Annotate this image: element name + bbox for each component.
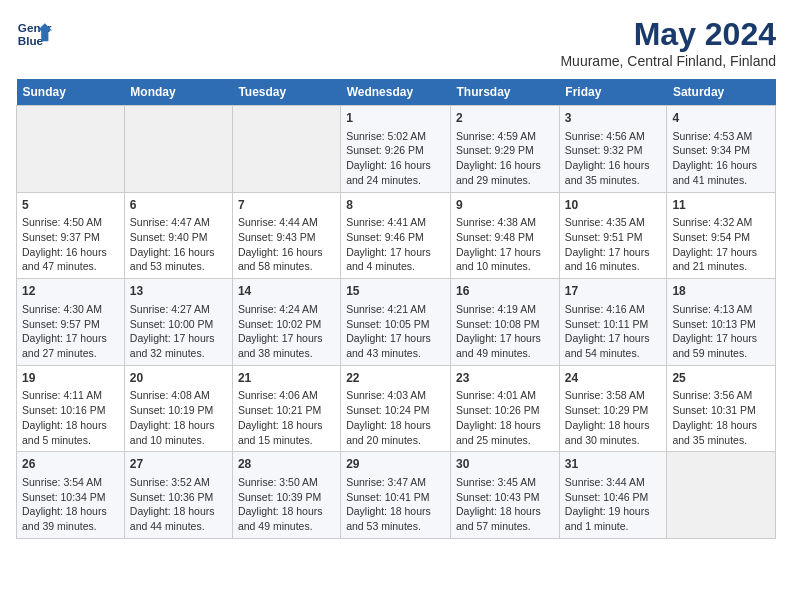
calendar-week-row: 12Sunrise: 4:30 AMSunset: 9:57 PMDayligh… (17, 279, 776, 366)
cell-info-line: Daylight: 16 hours and 41 minutes. (672, 158, 770, 187)
cell-info-line: Daylight: 18 hours and 30 minutes. (565, 418, 662, 447)
calendar-cell (17, 106, 125, 193)
cell-info-line: Sunset: 10:34 PM (22, 490, 119, 505)
cell-info-line: Sunrise: 4:24 AM (238, 302, 335, 317)
calendar-week-row: 5Sunrise: 4:50 AMSunset: 9:37 PMDaylight… (17, 192, 776, 279)
day-number: 16 (456, 283, 554, 300)
day-number: 15 (346, 283, 445, 300)
day-number: 19 (22, 370, 119, 387)
cell-info-line: Sunrise: 4:47 AM (130, 215, 227, 230)
calendar-cell: 10Sunrise: 4:35 AMSunset: 9:51 PMDayligh… (559, 192, 667, 279)
calendar-cell: 4Sunrise: 4:53 AMSunset: 9:34 PMDaylight… (667, 106, 776, 193)
cell-info-line: Sunrise: 4:53 AM (672, 129, 770, 144)
cell-info-line: Sunset: 10:31 PM (672, 403, 770, 418)
svg-text:Blue: Blue (18, 34, 44, 47)
cell-info-line: Daylight: 17 hours and 21 minutes. (672, 245, 770, 274)
cell-info-line: Daylight: 17 hours and 27 minutes. (22, 331, 119, 360)
weekday-header: Monday (124, 79, 232, 106)
day-number: 28 (238, 456, 335, 473)
title-block: May 2024 Muurame, Central Finland, Finla… (560, 16, 776, 69)
cell-info-line: Sunrise: 4:13 AM (672, 302, 770, 317)
cell-info-line: Daylight: 18 hours and 57 minutes. (456, 504, 554, 533)
cell-info-line: Sunset: 9:43 PM (238, 230, 335, 245)
calendar-cell: 25Sunrise: 3:56 AMSunset: 10:31 PMDaylig… (667, 365, 776, 452)
cell-info-line: Sunrise: 3:44 AM (565, 475, 662, 490)
cell-info-line: Sunrise: 4:01 AM (456, 388, 554, 403)
cell-info-line: Sunset: 9:48 PM (456, 230, 554, 245)
calendar-cell: 15Sunrise: 4:21 AMSunset: 10:05 PMDaylig… (341, 279, 451, 366)
calendar-cell: 31Sunrise: 3:44 AMSunset: 10:46 PMDaylig… (559, 452, 667, 539)
cell-info-line: Daylight: 17 hours and 10 minutes. (456, 245, 554, 274)
cell-info-line: Daylight: 18 hours and 20 minutes. (346, 418, 445, 447)
calendar-cell: 23Sunrise: 4:01 AMSunset: 10:26 PMDaylig… (451, 365, 560, 452)
cell-info-line: Sunrise: 5:02 AM (346, 129, 445, 144)
day-number: 6 (130, 197, 227, 214)
cell-info-line: Daylight: 18 hours and 39 minutes. (22, 504, 119, 533)
cell-info-line: Sunrise: 4:11 AM (22, 388, 119, 403)
cell-info-line: Sunrise: 3:50 AM (238, 475, 335, 490)
cell-info-line: Sunrise: 4:19 AM (456, 302, 554, 317)
day-number: 17 (565, 283, 662, 300)
cell-info-line: Sunset: 9:37 PM (22, 230, 119, 245)
cell-info-line: Sunrise: 4:50 AM (22, 215, 119, 230)
cell-info-line: Sunrise: 4:08 AM (130, 388, 227, 403)
calendar-cell: 14Sunrise: 4:24 AMSunset: 10:02 PMDaylig… (232, 279, 340, 366)
day-number: 9 (456, 197, 554, 214)
day-number: 12 (22, 283, 119, 300)
day-number: 11 (672, 197, 770, 214)
cell-info-line: Sunrise: 3:56 AM (672, 388, 770, 403)
day-number: 10 (565, 197, 662, 214)
calendar-cell (667, 452, 776, 539)
calendar-week-row: 1Sunrise: 5:02 AMSunset: 9:26 PMDaylight… (17, 106, 776, 193)
cell-info-line: Sunrise: 4:38 AM (456, 215, 554, 230)
cell-info-line: Daylight: 16 hours and 53 minutes. (130, 245, 227, 274)
calendar-body: 1Sunrise: 5:02 AMSunset: 9:26 PMDaylight… (17, 106, 776, 539)
cell-info-line: Daylight: 18 hours and 49 minutes. (238, 504, 335, 533)
weekday-header: Saturday (667, 79, 776, 106)
day-number: 20 (130, 370, 227, 387)
calendar-cell: 12Sunrise: 4:30 AMSunset: 9:57 PMDayligh… (17, 279, 125, 366)
calendar-cell: 9Sunrise: 4:38 AMSunset: 9:48 PMDaylight… (451, 192, 560, 279)
cell-info-line: Daylight: 18 hours and 15 minutes. (238, 418, 335, 447)
cell-info-line: Daylight: 17 hours and 4 minutes. (346, 245, 445, 274)
calendar-cell: 11Sunrise: 4:32 AMSunset: 9:54 PMDayligh… (667, 192, 776, 279)
calendar-week-row: 26Sunrise: 3:54 AMSunset: 10:34 PMDaylig… (17, 452, 776, 539)
calendar-cell: 3Sunrise: 4:56 AMSunset: 9:32 PMDaylight… (559, 106, 667, 193)
cell-info-line: Sunset: 10:24 PM (346, 403, 445, 418)
calendar-cell: 7Sunrise: 4:44 AMSunset: 9:43 PMDaylight… (232, 192, 340, 279)
calendar-header: SundayMondayTuesdayWednesdayThursdayFrid… (17, 79, 776, 106)
day-number: 29 (346, 456, 445, 473)
calendar-cell: 30Sunrise: 3:45 AMSunset: 10:43 PMDaylig… (451, 452, 560, 539)
cell-info-line: Daylight: 17 hours and 32 minutes. (130, 331, 227, 360)
month-title: May 2024 (560, 16, 776, 53)
day-number: 27 (130, 456, 227, 473)
cell-info-line: Daylight: 18 hours and 10 minutes. (130, 418, 227, 447)
cell-info-line: Sunrise: 4:27 AM (130, 302, 227, 317)
day-number: 25 (672, 370, 770, 387)
page-header: General Blue May 2024 Muurame, Central F… (16, 16, 776, 69)
day-number: 2 (456, 110, 554, 127)
day-number: 21 (238, 370, 335, 387)
calendar-table: SundayMondayTuesdayWednesdayThursdayFrid… (16, 79, 776, 539)
cell-info-line: Daylight: 16 hours and 47 minutes. (22, 245, 119, 274)
day-number: 22 (346, 370, 445, 387)
cell-info-line: Sunset: 10:43 PM (456, 490, 554, 505)
cell-info-line: Sunset: 10:39 PM (238, 490, 335, 505)
cell-info-line: Daylight: 17 hours and 49 minutes. (456, 331, 554, 360)
location-title: Muurame, Central Finland, Finland (560, 53, 776, 69)
cell-info-line: Sunset: 10:41 PM (346, 490, 445, 505)
day-number: 30 (456, 456, 554, 473)
weekday-header: Sunday (17, 79, 125, 106)
cell-info-line: Daylight: 17 hours and 59 minutes. (672, 331, 770, 360)
cell-info-line: Sunrise: 4:21 AM (346, 302, 445, 317)
cell-info-line: Sunset: 9:26 PM (346, 143, 445, 158)
weekday-header: Friday (559, 79, 667, 106)
cell-info-line: Sunset: 10:29 PM (565, 403, 662, 418)
calendar-cell (232, 106, 340, 193)
cell-info-line: Sunset: 9:51 PM (565, 230, 662, 245)
cell-info-line: Sunset: 10:36 PM (130, 490, 227, 505)
logo: General Blue (16, 16, 52, 52)
day-number: 7 (238, 197, 335, 214)
cell-info-line: Daylight: 17 hours and 38 minutes. (238, 331, 335, 360)
cell-info-line: Sunrise: 3:54 AM (22, 475, 119, 490)
